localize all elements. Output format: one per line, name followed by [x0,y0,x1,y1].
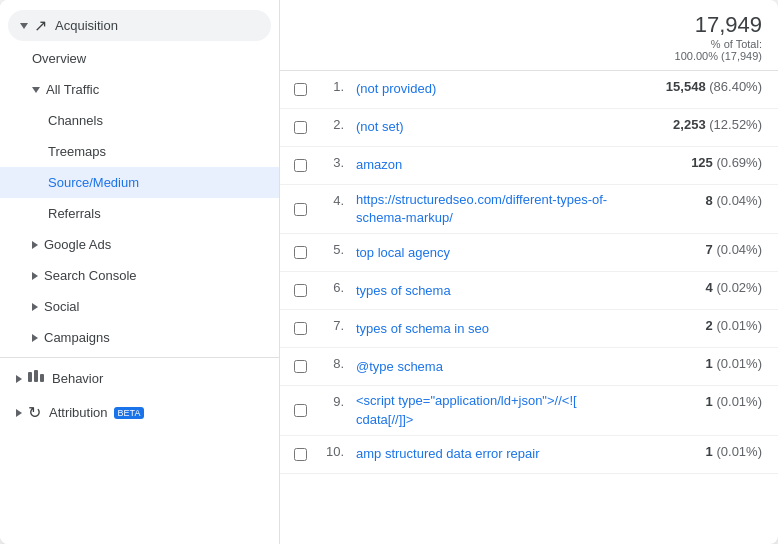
expand-icon [16,409,22,417]
sidebar-item-label: Acquisition [55,18,118,33]
sidebar-item-source-medium[interactable]: Source/Medium [0,167,279,198]
sidebar-item-label: Behavior [52,371,103,386]
row-checkbox-4[interactable] [280,203,320,216]
svg-rect-1 [34,370,38,382]
table-row: 3. amazon 125 (0.69%) [280,147,778,185]
row-label[interactable]: @type schema [348,358,638,376]
total-block: 17,949 % of Total: 100.00% (17,949) [675,12,762,62]
divider [0,357,279,358]
row-label[interactable]: <script type="application/ld+json">//<![… [348,392,638,428]
sidebar: ↗ Acquisition Overview All Traffic Chann… [0,0,280,544]
row-num: 8. [320,354,348,371]
app-container: ↗ Acquisition Overview All Traffic Chann… [0,0,778,544]
expand-icon [32,303,38,311]
row-num: 3. [320,153,348,170]
row-checkbox-3[interactable] [280,159,320,172]
row-value: 4 (0.02%) [638,278,778,295]
expand-icon [32,272,38,280]
sidebar-item-google-ads[interactable]: Google Ads [0,229,279,260]
row-num: 6. [320,278,348,295]
row-value: 1 (0.01%) [638,442,778,459]
sidebar-item-attribution[interactable]: ↻ Attribution BETA [0,395,279,430]
row-checkbox-8[interactable] [280,360,320,373]
row-num: 2. [320,115,348,132]
expand-icon [32,334,38,342]
attribution-icon: ↻ [28,403,41,422]
acquisition-icon: ↗ [34,16,47,35]
sidebar-item-all-traffic[interactable]: All Traffic [0,74,279,105]
expand-icon [32,87,40,93]
sidebar-item-behavior[interactable]: Behavior [0,362,279,395]
sidebar-item-label: Source/Medium [48,175,139,190]
table-row: 5. top local agency 7 (0.04%) [280,234,778,272]
table-row: 2. (not set) 2,253 (12.52%) [280,109,778,147]
row-value: 15,548 (86.40%) [638,77,778,94]
sidebar-item-overview[interactable]: Overview [0,43,279,74]
sidebar-item-label: Referrals [48,206,101,221]
table-row: 1. (not provided) 15,548 (86.40%) [280,71,778,109]
sidebar-item-search-console[interactable]: Search Console [0,260,279,291]
row-num: 1. [320,77,348,94]
row-value: 125 (0.69%) [638,153,778,170]
row-value: 1 (0.01%) [638,354,778,371]
row-label[interactable]: amazon [348,156,638,174]
sidebar-item-label: Google Ads [44,237,111,252]
row-checkbox-5[interactable] [280,246,320,259]
row-value: 2,253 (12.52%) [638,115,778,132]
table-row: 6. types of schema 4 (0.02%) [280,272,778,310]
sidebar-item-treemaps[interactable]: Treemaps [0,136,279,167]
row-value: 2 (0.01%) [638,316,778,333]
row-checkbox-2[interactable] [280,121,320,134]
sidebar-item-label: Channels [48,113,103,128]
main-content: 17,949 % of Total: 100.00% (17,949) 1. (… [280,0,778,544]
row-checkbox-7[interactable] [280,322,320,335]
row-value: 8 (0.04%) [638,191,778,208]
row-label[interactable]: https://structuredseo.com/different-type… [348,191,638,227]
row-num: 7. [320,316,348,333]
sidebar-item-acquisition[interactable]: ↗ Acquisition [8,10,271,41]
total-number: 17,949 [675,12,762,38]
sidebar-item-label: Campaigns [44,330,110,345]
sidebar-item-label: Social [44,299,79,314]
row-num: 10. [320,442,348,459]
expand-icon [32,241,38,249]
behavior-icon [28,370,44,387]
expand-icon [20,23,28,29]
sidebar-item-channels[interactable]: Channels [0,105,279,136]
row-num: 4. [320,191,348,208]
row-checkbox-9[interactable] [280,404,320,417]
table-row: 4. https://structuredseo.com/different-t… [280,185,778,234]
row-num: 5. [320,240,348,257]
sidebar-item-referrals[interactable]: Referrals [0,198,279,229]
sidebar-item-label: Attribution [49,405,108,420]
sidebar-item-social[interactable]: Social [0,291,279,322]
row-label[interactable]: types of schema [348,282,638,300]
table-row: 10. amp structured data error repair 1 (… [280,436,778,474]
svg-rect-0 [28,372,32,382]
row-label[interactable]: types of schema in seo [348,320,638,338]
table-row: 7. types of schema in seo 2 (0.01%) [280,310,778,348]
sidebar-item-label: Treemaps [48,144,106,159]
sidebar-item-label: All Traffic [46,82,99,97]
row-num: 9. [320,392,348,409]
row-checkbox-1[interactable] [280,83,320,96]
sidebar-item-label: Search Console [44,268,137,283]
row-label[interactable]: top local agency [348,244,638,262]
row-label[interactable]: (not provided) [348,80,638,98]
table-body: 1. (not provided) 15,548 (86.40%) 2. (no… [280,71,778,544]
beta-badge: BETA [114,407,145,419]
row-checkbox-10[interactable] [280,448,320,461]
sidebar-item-campaigns[interactable]: Campaigns [0,322,279,353]
row-label[interactable]: amp structured data error repair [348,445,638,463]
row-checkbox-6[interactable] [280,284,320,297]
total-label: % of Total: 100.00% (17,949) [675,38,762,62]
svg-rect-2 [40,374,44,382]
table-header: 17,949 % of Total: 100.00% (17,949) [280,0,778,71]
table-row: 8. @type schema 1 (0.01%) [280,348,778,386]
table-row: 9. <script type="application/ld+json">//… [280,386,778,435]
row-label[interactable]: (not set) [348,118,638,136]
row-value: 1 (0.01%) [638,392,778,409]
expand-icon [16,375,22,383]
sidebar-item-label: Overview [32,51,86,66]
row-value: 7 (0.04%) [638,240,778,257]
